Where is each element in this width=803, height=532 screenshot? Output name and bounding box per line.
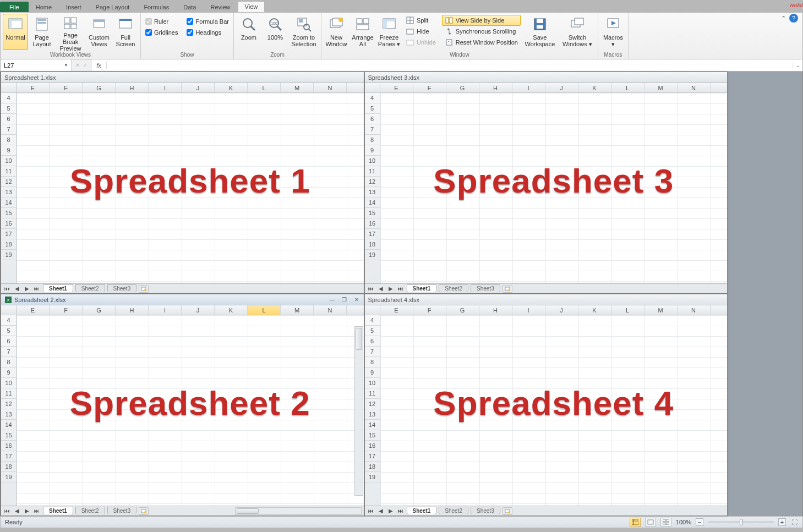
row-header[interactable]: 15: [365, 430, 380, 441]
row-headers[interactable]: 45678910111213141516171819: [365, 93, 380, 283]
normal-view-button[interactable]: Normal: [3, 14, 28, 50]
row-header[interactable]: 11: [365, 388, 380, 399]
sheet-tab[interactable]: Sheet1: [43, 284, 73, 292]
row-headers[interactable]: 45678910111213141516171819: [365, 315, 380, 506]
document-window[interactable]: XSpreadsheet 2.xlsx—❐✕EFGHIJKLMN45678910…: [1, 294, 364, 516]
row-header[interactable]: 16: [1, 218, 16, 229]
sheet-tab[interactable]: Sheet2: [439, 284, 468, 292]
row-header[interactable]: 18: [365, 462, 380, 472]
scrollbar-thumb[interactable]: [237, 508, 259, 514]
zoom-slider[interactable]: [708, 521, 774, 523]
row-header[interactable]: 14: [365, 198, 380, 208]
row-header[interactable]: 11: [365, 166, 380, 177]
column-header[interactable]: G: [83, 83, 116, 92]
row-header[interactable]: 9: [1, 368, 16, 378]
row-headers[interactable]: 45678910111213141516171819: [1, 93, 17, 283]
first-sheet-icon[interactable]: ⏮: [367, 285, 375, 293]
sheet-tab[interactable]: Sheet2: [75, 284, 105, 292]
row-header[interactable]: 15: [1, 430, 16, 441]
column-header[interactable]: H: [116, 305, 149, 315]
row-header[interactable]: 7: [365, 124, 380, 135]
new-sheet-button[interactable]: [139, 285, 149, 293]
name-box[interactable]: L27 ▼: [1, 59, 72, 71]
row-header[interactable]: 7: [365, 347, 380, 357]
row-header[interactable]: 11: [1, 166, 16, 177]
row-header[interactable]: 17: [1, 229, 16, 239]
tab-data[interactable]: Data: [176, 2, 203, 12]
column-header[interactable]: H: [116, 83, 149, 92]
column-header[interactable]: L: [611, 83, 644, 92]
sheet-tab[interactable]: Sheet2: [75, 507, 105, 514]
tab-insert[interactable]: Insert: [59, 2, 89, 12]
unhide-button[interactable]: Unhide: [403, 37, 439, 48]
status-expand-icon[interactable]: ⛶: [790, 519, 798, 525]
sheet-tab[interactable]: Sheet2: [439, 507, 468, 514]
sheet-tab[interactable]: Sheet3: [107, 507, 137, 514]
column-header[interactable]: N: [678, 305, 711, 315]
row-header[interactable]: 7: [1, 124, 16, 135]
column-header[interactable]: F: [50, 83, 83, 92]
last-sheet-icon[interactable]: ⏭: [33, 507, 41, 515]
view-side-by-side-button[interactable]: View Side by Side: [442, 15, 521, 26]
row-header[interactable]: 12: [1, 399, 16, 409]
column-header[interactable]: L: [248, 305, 281, 315]
row-header[interactable]: 8: [365, 357, 380, 368]
row-header[interactable]: 8: [365, 135, 380, 145]
spreadsheet-grid[interactable]: EFGHIJKLMN45678910111213141516171819Spre…: [365, 83, 728, 283]
row-header[interactable]: 9: [1, 145, 16, 156]
column-headers[interactable]: EFGHIJKLMN: [1, 305, 364, 315]
sheet-tab[interactable]: Sheet3: [471, 284, 500, 292]
cells-area[interactable]: Spreadsheet 4: [380, 315, 728, 506]
column-header[interactable]: K: [215, 305, 248, 315]
first-sheet-icon[interactable]: ⏮: [3, 285, 11, 293]
column-header[interactable]: K: [578, 83, 611, 92]
ruler-checkbox[interactable]: Ruler: [143, 16, 180, 27]
row-header[interactable]: 12: [365, 177, 380, 187]
column-header[interactable]: G: [446, 83, 479, 92]
macros-button[interactable]: Macros ▾: [600, 14, 626, 50]
row-header[interactable]: 14: [1, 420, 16, 430]
column-header[interactable]: E: [17, 305, 50, 315]
scrollbar-thumb[interactable]: [356, 328, 362, 350]
column-header[interactable]: H: [479, 305, 512, 315]
row-header[interactable]: 13: [1, 187, 16, 198]
next-sheet-icon[interactable]: ▶: [23, 507, 31, 515]
column-header[interactable]: I: [512, 305, 545, 315]
next-sheet-icon[interactable]: ▶: [387, 285, 395, 293]
row-header[interactable]: 9: [365, 145, 380, 156]
zoom-in-button[interactable]: +: [778, 518, 786, 526]
column-header[interactable]: F: [413, 83, 446, 92]
formula-bar-checkbox[interactable]: Formula Bar: [184, 16, 231, 27]
horizontal-scrollbar[interactable]: [235, 507, 362, 515]
hide-button[interactable]: Hide: [403, 26, 439, 37]
split-button[interactable]: Split: [403, 15, 439, 26]
status-page-break-view-icon[interactable]: [660, 518, 671, 526]
column-headers[interactable]: EFGHIJKLMN: [365, 83, 728, 93]
row-header[interactable]: 5: [365, 103, 380, 114]
column-header[interactable]: K: [578, 305, 611, 315]
row-header[interactable]: 13: [1, 409, 16, 420]
row-header[interactable]: 4: [1, 315, 16, 326]
row-header[interactable]: 14: [365, 420, 380, 430]
minimize-ribbon-icon[interactable]: ⌃: [781, 15, 786, 22]
zoom-100-button[interactable]: 100 100%: [263, 14, 288, 50]
tab-review[interactable]: Review: [203, 2, 237, 12]
column-header[interactable]: M: [281, 83, 314, 92]
column-header[interactable]: L: [248, 83, 281, 92]
vertical-scrollbar[interactable]: [354, 326, 363, 496]
document-window[interactable]: Spreadsheet 1.xlsxEFGHIJKLMN456789101112…: [1, 72, 364, 294]
row-header[interactable]: 5: [1, 326, 16, 336]
tab-home[interactable]: Home: [29, 2, 59, 12]
row-header[interactable]: 6: [1, 336, 16, 347]
column-header[interactable]: G: [446, 305, 479, 315]
row-header[interactable]: 15: [1, 208, 16, 218]
row-header[interactable]: 19: [365, 472, 380, 482]
row-header[interactable]: 5: [365, 326, 380, 336]
status-page-layout-view-icon[interactable]: [645, 518, 656, 526]
new-sheet-button[interactable]: [502, 507, 512, 515]
last-sheet-icon[interactable]: ⏭: [397, 507, 405, 515]
column-headers[interactable]: EFGHIJKLMN: [1, 83, 364, 93]
row-header[interactable]: 8: [1, 357, 16, 368]
column-headers[interactable]: EFGHIJKLMN: [365, 305, 728, 315]
row-header[interactable]: 8: [1, 135, 16, 145]
